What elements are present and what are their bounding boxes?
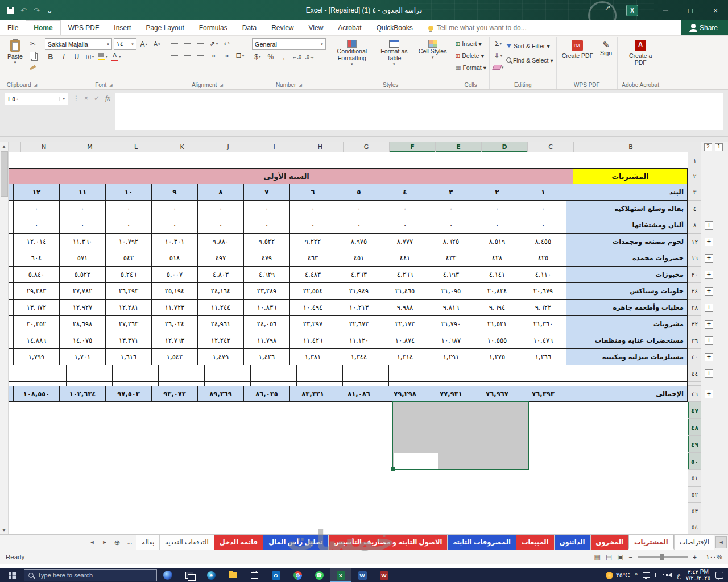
data-cell[interactable]: ١,٥٤٢ (151, 349, 197, 365)
data-cell[interactable]: ٨,٦٢٥ (428, 234, 474, 250)
data-cell[interactable]: ٤٥١ (336, 250, 382, 267)
cell[interactable] (481, 382, 527, 386)
cell[interactable] (28, 436, 73, 453)
row-header[interactable]: ٤٨ (688, 419, 701, 436)
sign-button[interactable]: ✎ Sign (598, 38, 614, 58)
data-cell[interactable]: ٥,٨٤٠ (13, 267, 59, 283)
cell[interactable] (301, 436, 346, 453)
edge-button[interactable]: e (200, 568, 222, 582)
row-header[interactable]: ٤ (688, 201, 701, 217)
cell[interactable] (342, 382, 388, 386)
tab-scroll-button[interactable]: ◄ (715, 536, 727, 548)
month-header-cell[interactable]: ٩ (151, 184, 197, 201)
cell[interactable] (28, 487, 73, 503)
sheet-tab[interactable]: قائمه الدخل (214, 535, 263, 550)
total-cell[interactable]: ٧٧,٩٣١ (428, 386, 474, 402)
chevron-down-icon[interactable]: ▾ (59, 97, 65, 101)
cell[interactable] (119, 503, 164, 519)
cell[interactable] (204, 382, 250, 386)
sheet-tab[interactable]: المشتريات (628, 535, 674, 550)
weather-widget[interactable]: ٣٥°C (606, 572, 630, 579)
data-cell[interactable]: ٠ (197, 217, 243, 234)
data-cell[interactable]: ٢٤,٠٥٦ (243, 316, 289, 332)
cell[interactable] (20, 382, 66, 386)
outline-expand-button[interactable]: + (705, 320, 713, 329)
total-cell[interactable]: ٧٦,٩٦٧ (474, 386, 520, 402)
number-format-select[interactable]: General▾ (252, 38, 326, 50)
cell[interactable] (28, 402, 73, 419)
formula-input[interactable] (115, 93, 723, 130)
outline-level-button[interactable]: 2 (704, 143, 712, 151)
row-header[interactable]: ٢ (688, 168, 701, 184)
cell[interactable] (346, 503, 392, 519)
cell[interactable] (250, 365, 296, 382)
name-box[interactable]: F٥٠ ▾ (5, 93, 68, 105)
month-header-cell[interactable]: ٤ (382, 184, 428, 201)
data-cell[interactable]: ١,٣١٤ (382, 349, 428, 365)
data-cell[interactable]: ٢٤,٩٦١ (197, 316, 243, 332)
row-header[interactable]: ٢٨ (688, 300, 701, 316)
taskbar-clock[interactable]: ٣:٤٢ PM ٧/٢٠/٢٠٢٥ (686, 569, 710, 582)
data-cell[interactable]: ٠ (243, 217, 289, 234)
cell[interactable] (573, 365, 688, 382)
data-cell[interactable]: ١٠,٢١٣ (336, 300, 382, 316)
sheet-tab[interactable]: الاصول الثابته و مصاريف التأسيس (328, 535, 448, 550)
column-header[interactable]: J (205, 142, 251, 152)
data-cell[interactable]: ٢٢,١٧٢ (382, 316, 428, 332)
data-cell[interactable]: ٠ (151, 217, 197, 234)
data-cell[interactable]: ٤,٦٢٩ (243, 267, 289, 283)
save-icon[interactable] (7, 7, 14, 14)
data-cell[interactable]: ١١,٤٢٦ (289, 332, 336, 349)
cell[interactable] (210, 470, 255, 487)
row-header[interactable]: ٢٤ (688, 283, 701, 300)
data-cell[interactable]: ٩,٢٢٢ (289, 234, 336, 250)
share-button[interactable]: Share (681, 20, 728, 35)
data-cell[interactable]: ١,٣٤٤ (336, 349, 382, 365)
row-header[interactable]: ٥٢ (688, 487, 701, 503)
cell[interactable] (112, 365, 158, 382)
total-cell[interactable]: ٧٩,٢٩٨ (382, 386, 428, 402)
cell[interactable] (346, 487, 392, 503)
fill-color-button[interactable]: ▾ (97, 51, 109, 62)
scrollbar-thumb[interactable] (1, 151, 8, 197)
data-cell[interactable]: ٢٠,٨٣٤ (474, 283, 520, 300)
row-label-cell[interactable]: ألبان ومشتقاتها (566, 217, 688, 234)
data-cell[interactable]: ٠ (105, 201, 151, 217)
ribbon-tab-home[interactable]: Home (26, 20, 60, 35)
cell[interactable] (574, 152, 688, 168)
total-cell[interactable]: ١٠٨,٥٥٠ (13, 386, 59, 402)
data-cell[interactable]: ١,٧٠١ (59, 349, 105, 365)
decrease-decimal-button[interactable]: .0→ (304, 51, 316, 62)
row-label-cell[interactable]: حلويات وسناكس (566, 283, 688, 300)
cell[interactable] (574, 419, 688, 436)
data-cell[interactable]: ٢١,٥٢١ (474, 316, 520, 332)
store-button[interactable] (243, 568, 265, 582)
cell[interactable] (437, 152, 483, 168)
sort-filter-button[interactable]: Sort & Filter▾ (506, 40, 553, 51)
format-as-table-button[interactable]: Format as Table ▾ (374, 38, 414, 68)
data-cell[interactable]: ٢٦,٠٢٤ (151, 316, 197, 332)
sheet-tab[interactable]: المخزون (590, 535, 628, 550)
total-cell[interactable]: ٨٣,٣٢١ (289, 386, 336, 402)
data-cell[interactable]: ٦٠٤ (13, 250, 59, 267)
data-cell[interactable]: ٥,٢٤٦ (105, 267, 151, 283)
data-cell[interactable]: ٢٥,١٩٤ (151, 283, 197, 300)
zoom-slider-thumb[interactable] (660, 554, 664, 560)
align-bottom-button[interactable] (195, 38, 206, 49)
item-header-cell[interactable]: البند (566, 184, 688, 201)
insert-function-icon[interactable]: fx (105, 94, 110, 103)
row-label-cell[interactable]: مخبوزات (566, 267, 688, 283)
cell[interactable] (158, 382, 204, 386)
font-name-select[interactable]: Sakkal Majalla▾ (45, 38, 112, 50)
start-button[interactable] (0, 568, 24, 582)
purchases-title-cell[interactable]: المشتريات (573, 168, 688, 184)
cell[interactable] (528, 487, 574, 503)
data-cell[interactable]: ٩,٩٨٨ (382, 300, 428, 316)
row-header[interactable]: ٣ (688, 184, 701, 201)
cell[interactable] (296, 365, 342, 382)
cell[interactable] (164, 470, 210, 487)
data-cell[interactable]: ٢١,٠٩٥ (428, 283, 474, 300)
ribbon-tab-quickbooks[interactable]: QuickBooks (369, 20, 420, 35)
cell[interactable] (483, 519, 528, 534)
align-center-button[interactable] (182, 50, 193, 61)
